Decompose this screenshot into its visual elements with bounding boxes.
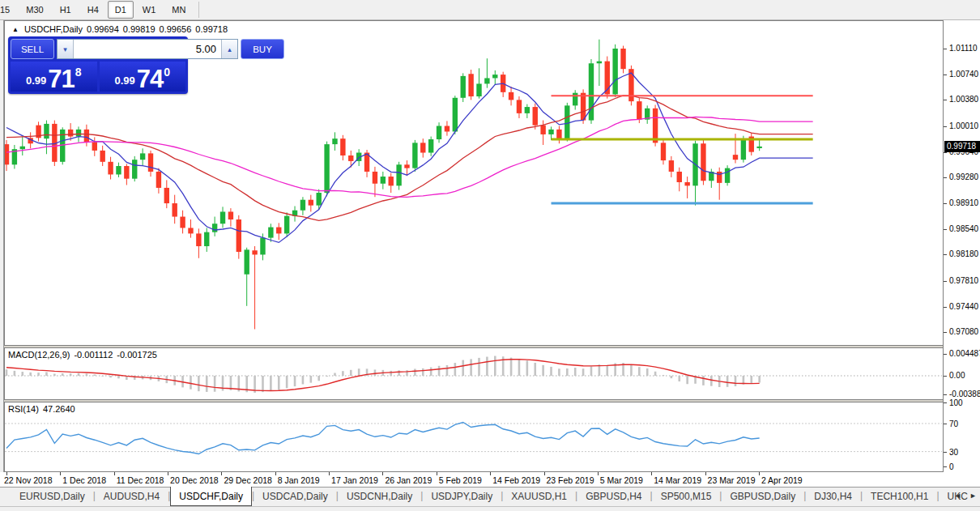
price-axis-tick (944, 254, 947, 255)
tab-xauusd-h1[interactable]: XAUUSD,H1 (503, 488, 575, 506)
volume-spinner: ▾ ▴ (57, 39, 238, 59)
tab-usdcad-daily[interactable]: USDCAD,Daily (254, 488, 336, 506)
scroll-right-icon[interactable]: ► (969, 492, 977, 500)
chevron-down-icon: ▾ (63, 45, 67, 53)
macd-axis-tick (944, 376, 947, 377)
tab-gbpusd-h4[interactable]: GBPUSD,H4 (577, 488, 650, 506)
price-axis-tick (944, 203, 947, 204)
date-tick (759, 472, 760, 475)
price-axis-tick (944, 49, 947, 49)
volume-increase-button[interactable]: ▴ (221, 40, 237, 58)
date-tick (490, 472, 491, 475)
timeframe-button-m30[interactable]: M30 (19, 1, 50, 19)
timeframe-button-h1[interactable]: H1 (53, 1, 79, 19)
price-axis[interactable]: 1.011101.007401.003801.000100.996400.992… (943, 20, 980, 472)
date-tick (60, 472, 61, 475)
sell-price-pips: 71 (48, 69, 74, 90)
rsi-axis-label: 0 (949, 462, 954, 471)
ohlc-low: 0.99656 (160, 24, 192, 34)
macd-label: MACD(12,26,9) -0.001112 -0.001725 (8, 350, 157, 360)
date-tick (544, 472, 545, 475)
date-label: 5 Mar 2019 (600, 475, 643, 485)
chart-tab-bar: EURUSD,Daily|AUDUSD,H4|USDCHF,Daily|USDC… (0, 487, 980, 506)
timeframe-button-d1[interactable]: D1 (108, 1, 134, 19)
rsi-axis-label: 100 (949, 398, 963, 407)
buy-price-display[interactable]: 0.99 74 0 (100, 62, 186, 92)
macd-axis-label: 0.00 (949, 371, 965, 380)
timeframe-button-15[interactable]: 15 (0, 1, 17, 19)
price-axis-tick (944, 332, 947, 333)
date-tick (651, 472, 652, 475)
rsi-value: 47.2640 (43, 404, 75, 414)
date-tick (221, 472, 222, 475)
price-axis-label: 1.00380 (949, 95, 978, 104)
ohlc-high: 0.99819 (123, 24, 156, 34)
date-label: 11 Dec 2018 (117, 475, 164, 485)
tab-usdjpy-daily[interactable]: USDJPY,Daily (423, 488, 501, 506)
date-tick (382, 472, 383, 475)
price-axis-label: 1.00010 (949, 121, 978, 130)
rsi-axis-label: 70 (949, 419, 958, 428)
date-tick (437, 472, 437, 475)
price-axis-tick (944, 126, 947, 127)
tab-gbpusd-daily[interactable]: GBPUSD,Daily (722, 488, 803, 506)
date-label: 8 Jan 2019 (278, 475, 320, 485)
price-axis-tick (944, 281, 947, 282)
tab-tech100-h1[interactable]: TECH100,H1 (863, 488, 936, 506)
rsi-plot (5, 402, 943, 471)
chevron-up-icon: ▴ (228, 45, 232, 53)
macd-axis-label: -0.003883 (949, 390, 980, 398)
date-label: 22 Nov 2018 (4, 475, 53, 485)
symbol-info-line: ▲ USDCHF,Daily 0.99694 0.99819 0.99656 0… (12, 24, 228, 34)
macd-axis-tick (944, 394, 947, 395)
sell-button[interactable]: SELL (11, 39, 54, 59)
price-axis-label: 1.01110 (949, 44, 978, 53)
timeframe-button-mn[interactable]: MN (164, 1, 193, 19)
tab-dj30-h4[interactable]: DJ30,H4 (806, 488, 860, 506)
tab-usdcnh-daily[interactable]: USDCNH,Daily (339, 488, 420, 506)
symbol-name: USDCHF,Daily (24, 24, 83, 34)
current-price-tag: 0.99718 (944, 141, 980, 152)
date-label: 20 Dec 2018 (170, 475, 219, 485)
macd-axis-label: 0.004487 (949, 349, 980, 358)
volume-decrease-button[interactable]: ▾ (58, 40, 74, 58)
price-axis-tick (944, 75, 947, 75)
rsi-name: RSI(14) (8, 404, 39, 414)
date-tick (705, 472, 706, 475)
timeframe-button-h4[interactable]: H4 (80, 1, 106, 19)
sell-price-display[interactable]: 0.99 71 8 (11, 62, 97, 92)
price-axis-tick (944, 229, 947, 230)
date-label: 23 Feb 2019 (547, 475, 594, 485)
tab-usdchf-daily[interactable]: USDCHF,Daily (170, 487, 252, 506)
date-tick (114, 472, 115, 475)
volume-input[interactable] (74, 40, 221, 58)
rsi-axis-tick (944, 424, 947, 424)
scroll-left-icon[interactable]: ◄ (954, 492, 961, 500)
rsi-label: RSI(14) 47.2640 (8, 404, 75, 414)
macd-value-main: -0.001112 (74, 350, 113, 360)
price-axis-label: 0.97440 (949, 302, 978, 311)
tab-sp500-m15[interactable]: SP500,M15 (653, 488, 720, 506)
one-click-trading-panel: SELL ▾ ▴ BUY 0.99 71 8 0.99 74 0 (8, 36, 188, 94)
rsi-axis-tick (944, 452, 947, 453)
collapse-triangle-icon[interactable]: ▲ (12, 26, 19, 33)
date-label: 5 Feb 2019 (439, 475, 482, 485)
main-chart-pane[interactable]: ▲ USDCHF,Daily 0.99694 0.99819 0.99656 0… (4, 20, 944, 346)
macd-axis-tick (944, 354, 947, 355)
price-axis-label: 0.98180 (949, 249, 978, 258)
price-axis-label: 1.00740 (949, 70, 978, 79)
buy-button[interactable]: BUY (241, 39, 284, 59)
ohlc-close: 0.99718 (195, 24, 228, 34)
tab-eurusd-daily[interactable]: EURUSD,Daily (11, 488, 93, 506)
timeframe-button-w1[interactable]: W1 (135, 1, 164, 19)
price-axis-tick (944, 100, 947, 100)
timeframe-toolbar: 15M30H1H4D1W1MN (0, 0, 980, 20)
date-axis[interactable]: 22 Nov 20181 Dec 201811 Dec 201820 Dec 2… (4, 472, 944, 487)
tab-audusd-h4[interactable]: AUDUSD,H4 (96, 488, 168, 506)
macd-indicator-pane[interactable]: MACD(12,26,9) -0.001112 -0.001725 (4, 347, 944, 400)
buy-price-prefix: 0.99 (114, 75, 134, 87)
date-label: 2 Apr 2019 (761, 475, 803, 485)
rsi-indicator-pane[interactable]: RSI(14) 47.2640 (4, 402, 944, 472)
sell-price-prefix: 0.99 (26, 75, 46, 87)
tab-scroll-arrows: ◄► (954, 492, 977, 500)
